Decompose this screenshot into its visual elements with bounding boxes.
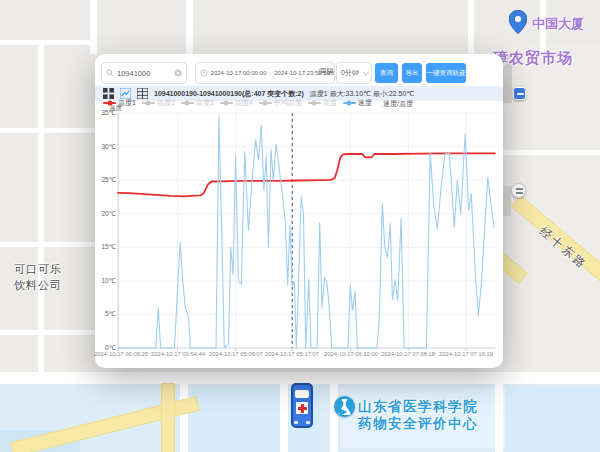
one-key-track-button[interactable]: 一键查询轨迹 [426, 63, 466, 83]
map-stage: 中国大厦 璋农贸市场 经十东路 可口可乐 饮料公司 山东省医学科学院 药物安全评… [0, 0, 600, 452]
clock-icon [200, 69, 208, 77]
x-tick: 2024-10-17 07:08:18 [381, 351, 435, 357]
legend-item-temp4[interactable]: 温度4 [220, 98, 253, 108]
map-building-block [503, 186, 511, 216]
map-pin-icon[interactable] [509, 10, 527, 34]
device-summary-text: 10941000190-10941000190(总:407 突变个数:2) [154, 89, 304, 99]
clear-icon[interactable] [174, 69, 182, 77]
road [180, 384, 188, 452]
x-tick: 2024-10-17 07:16:19 [439, 351, 493, 357]
query-button[interactable]: 查询 [375, 63, 398, 83]
x-tick: 2024-10-17 03:54:44 [151, 351, 205, 357]
interval-label: 间隔 [319, 67, 334, 77]
search-icon [106, 69, 114, 77]
date-start[interactable]: 2024-10-17 00:00:00 [211, 70, 267, 76]
map-label-institute-2: 药物安全评价中心 [358, 415, 478, 433]
search-input[interactable]: 10941000 [101, 62, 187, 84]
map-label-company-2: 饮料公司 [14, 278, 62, 293]
road [0, 128, 95, 133]
legend-item-temp3[interactable]: 温度3 [181, 98, 214, 108]
road [280, 384, 288, 452]
x-tick: 2024-10-17 05:09:07 [209, 351, 263, 357]
date-separator: - [269, 70, 271, 76]
road [38, 45, 44, 372]
road [90, 0, 97, 54]
x-tick: 2024-10-17 05:17:07 [265, 351, 319, 357]
road [186, 0, 193, 54]
chevron-down-icon [362, 68, 369, 75]
vehicle-truck-icon[interactable] [291, 383, 313, 428]
chart-area[interactable] [105, 110, 498, 362]
map-label-market: 璋农贸市场 [493, 49, 573, 68]
main-road-yellow [162, 384, 174, 452]
history-query-modal: 10941000 2024-10-17 00:00:00 - 2024-10-1… [95, 54, 503, 368]
date-range-input[interactable]: 2024-10-17 00:00:00 - 2024-10-17 23:59:5… [195, 62, 335, 84]
interval-value: 0分钟 [341, 68, 359, 78]
export-button[interactable]: 导出 [402, 63, 422, 83]
xaxis-labels: 2024-10-17 00:05:25 2024-10-17 03:54:44 … [105, 351, 498, 361]
chart-plot [105, 110, 498, 362]
legend-item-speed[interactable]: 速度 [343, 98, 372, 108]
road [0, 40, 95, 45]
map-label-institute-1: 山东省医学科学院 [358, 398, 478, 416]
legend-item-temp2[interactable]: 温度2 [142, 98, 175, 108]
device-stats-text: 温度1 最大:33.10℃ 最小:22.50℃ [310, 89, 414, 99]
poi-marker-icon[interactable] [511, 183, 526, 198]
chart-legend: 温度1 温度2 温度3 温度4 平均温度 湿度 速度 [103, 98, 372, 108]
institute-flask-pin-icon[interactable] [334, 396, 355, 417]
road [0, 330, 95, 335]
map-label-company-1: 可口可乐 [14, 262, 62, 277]
road [468, 0, 474, 54]
road [503, 150, 600, 155]
road [495, 384, 503, 452]
map-block [0, 52, 95, 372]
map-label-building: 中国大厦 [532, 15, 584, 33]
road [0, 242, 95, 247]
legend-item-avg-temp[interactable]: 平均温度 [259, 98, 302, 108]
transit-marker-icon[interactable] [513, 87, 526, 100]
legend-item-humidity[interactable]: 湿度 [308, 98, 337, 108]
map-block [505, 386, 600, 452]
x-tick: 2024-10-17 06:12:00 [324, 351, 378, 357]
x-tick: 2024-10-17 00:05:25 [94, 351, 148, 357]
chart-title: 速度/温度 [383, 99, 413, 109]
interval-select[interactable]: 0分钟 [336, 62, 372, 84]
search-value[interactable]: 10941000 [117, 69, 171, 78]
